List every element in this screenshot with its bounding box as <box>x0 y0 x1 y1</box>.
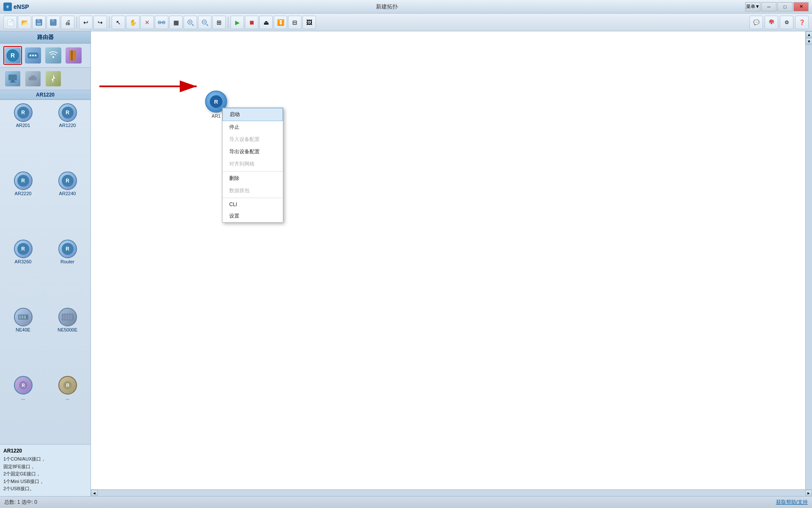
list-item[interactable]: R AR2220 <box>3 171 43 236</box>
image-button[interactable]: 🖼 <box>302 16 316 29</box>
svg-rect-30 <box>19 315 21 319</box>
select-button[interactable]: ↖ <box>112 16 125 29</box>
canvas-scrollbar-right[interactable]: ▲ ▼ <box>805 31 812 489</box>
router-type-icon[interactable]: R <box>3 46 22 65</box>
status-help[interactable]: 获取帮助/支持 <box>776 499 808 506</box>
extra2-icon: R <box>58 376 77 395</box>
canvas-area[interactable]: R AR1 启动 停止 导入设备配置 导出设备配置 对齐到网格 删除 数据抓包 … <box>91 31 805 489</box>
svg-line-13 <box>206 24 208 26</box>
canvas-main: R AR1 启动 停止 导入设备配置 导出设备配置 对齐到网格 删除 数据抓包 … <box>91 31 812 489</box>
zoom-out-button[interactable] <box>198 16 211 29</box>
sep2 <box>109 17 110 28</box>
ne5000e-icon <box>58 308 77 326</box>
ar3260-icon: R <box>14 240 33 258</box>
list-item[interactable]: R AR3260 <box>3 240 43 304</box>
ar2220-icon: R <box>14 171 33 190</box>
svg-marker-28 <box>52 75 55 83</box>
play-button[interactable]: ▶ <box>230 16 244 29</box>
status-bar: 总数: 1 选中: 0 获取帮助/支持 <box>0 496 812 508</box>
minus-button[interactable]: ⊟ <box>288 16 302 29</box>
zoom-in-button[interactable] <box>184 16 197 29</box>
ne40e-label: NE40E <box>16 327 30 332</box>
undo-button[interactable]: ↩ <box>79 16 93 29</box>
pan-button[interactable]: ✋ <box>126 16 140 29</box>
sep1 <box>77 17 77 28</box>
router-device-icon: R <box>58 240 77 258</box>
pc-type-icon[interactable] <box>3 69 22 88</box>
list-item[interactable]: R Router <box>48 240 87 304</box>
svg-text:R: R <box>66 383 69 388</box>
ctx-align-grid: 对齐到网格 <box>222 158 283 170</box>
app-logo: e eNSP <box>3 3 29 11</box>
arrow-indicator <box>99 69 205 105</box>
ctx-cli[interactable]: CLI <box>222 199 283 210</box>
settings-button[interactable]: ⚙ <box>780 16 793 29</box>
canvas-scrollbar-bottom[interactable]: ◄ ► <box>91 489 812 496</box>
scroll-left-button[interactable]: ◄ <box>91 490 98 497</box>
grid-button[interactable]: ▦ <box>169 16 183 29</box>
fit-button[interactable]: ⊞ <box>212 16 226 29</box>
new-button[interactable]: 📄 <box>3 16 17 29</box>
help-button[interactable]: ❓ <box>795 16 809 29</box>
list-item[interactable]: R AR2240 <box>48 171 87 236</box>
list-item[interactable]: R ... <box>3 376 43 441</box>
ne40e-icon <box>14 308 33 326</box>
scroll-right-button[interactable]: ► <box>805 490 812 497</box>
close-button[interactable]: ✕ <box>793 2 809 11</box>
saveas-button[interactable] <box>47 16 60 29</box>
ctx-settings[interactable]: 设置 <box>222 210 283 222</box>
svg-point-19 <box>32 55 34 56</box>
save-button[interactable] <box>32 16 46 29</box>
security-type-icon[interactable] <box>64 46 83 65</box>
huawei-button[interactable]: 华 <box>765 16 778 29</box>
download-button[interactable]: ⏬ <box>274 16 287 29</box>
menu-button[interactable]: 菜单▼ <box>745 2 760 11</box>
link-button[interactable] <box>155 16 168 29</box>
cloud-type-icon[interactable] <box>24 69 42 88</box>
extra1-icon: R <box>14 376 33 395</box>
switch-type-icon[interactable] <box>24 46 42 65</box>
ctx-export-config[interactable]: 导出设备配置 <box>222 146 283 158</box>
power-type-icon[interactable] <box>44 69 63 88</box>
redo-button[interactable]: ↪ <box>93 16 107 29</box>
chat-button[interactable]: 💬 <box>749 16 763 29</box>
left-panel: 路由器 R <box>0 31 91 496</box>
scroll-track-bottom[interactable] <box>98 490 805 496</box>
wireless-type-icon[interactable] <box>44 46 63 65</box>
eject-button[interactable]: ⏏ <box>259 16 273 29</box>
ctx-delete[interactable]: 删除 <box>222 172 283 185</box>
ctx-stop[interactable]: 停止 <box>222 121 283 133</box>
svg-text:R: R <box>11 52 15 59</box>
info-line1: 1个CON/AUX接口，固定8FE接口，2个固定GE接口，1个Mini USB接… <box>3 456 46 491</box>
ar201-label: AR201 <box>16 123 30 128</box>
list-item[interactable]: R AR1220 <box>48 103 87 168</box>
svg-point-18 <box>30 55 31 56</box>
ctx-start[interactable]: 启动 <box>222 108 283 121</box>
device-type-icons: R <box>0 44 91 68</box>
context-menu: 启动 停止 导入设备配置 导出设备配置 对齐到网格 删除 数据抓包 CLI 设置 <box>222 108 283 223</box>
list-item[interactable]: R AR201 <box>3 103 43 168</box>
maximize-button[interactable]: □ <box>777 2 793 11</box>
svg-rect-4 <box>52 19 54 22</box>
svg-rect-32 <box>24 315 26 319</box>
window-controls: 菜单▼ ─ □ ✕ <box>745 2 809 11</box>
list-item[interactable]: NE5000E <box>48 308 87 373</box>
minimize-button[interactable]: ─ <box>761 2 776 11</box>
delete-button[interactable]: ✕ <box>140 16 154 29</box>
ar2240-label: AR2240 <box>59 191 76 196</box>
stop-button[interactable]: ⏹ <box>245 16 258 29</box>
window-title: 新建拓扑 <box>29 3 745 11</box>
svg-rect-31 <box>22 315 23 319</box>
svg-line-9 <box>192 24 194 26</box>
toolbar-right: 💬 华 ⚙ ❓ <box>749 16 809 29</box>
category-bottom-icons <box>0 68 91 90</box>
list-item[interactable]: R ... <box>48 376 87 441</box>
print-button[interactable]: 🖨 <box>61 16 74 29</box>
scroll-up-button[interactable]: ▲ <box>806 31 812 38</box>
scroll-down-button[interactable]: ▼ <box>806 38 812 45</box>
ar1220-label: AR1220 <box>59 123 76 128</box>
ar2220-label: AR2220 <box>15 191 32 196</box>
open-button[interactable]: 📂 <box>18 16 31 29</box>
svg-rect-26 <box>11 80 14 82</box>
list-item[interactable]: NE40E <box>3 308 43 373</box>
